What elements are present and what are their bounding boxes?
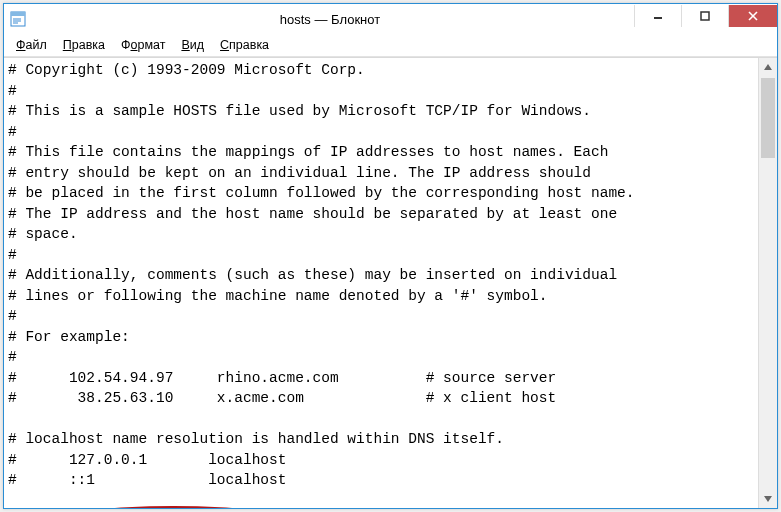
editor-line: # localhost name resolution is handled w… [8, 429, 754, 450]
editor-line: # ::1 localhost [8, 470, 754, 491]
menubar: Файл Правка Формат Вид Справка [4, 34, 777, 57]
svg-rect-1 [11, 12, 25, 16]
text-editor[interactable]: # Copyright (c) 1993-2009 Microsoft Corp… [4, 58, 758, 508]
menu-file[interactable]: Файл [8, 36, 55, 54]
editor-line [8, 491, 754, 509]
titlebar: hosts — Блокнот [4, 4, 777, 34]
menu-help[interactable]: Справка [212, 36, 277, 54]
editor-line: # [8, 245, 754, 266]
editor-line: # 102.54.94.97 rhino.acme.com # source s… [8, 368, 754, 389]
window-buttons [634, 5, 777, 27]
editor-line: # This is a sample HOSTS file used by Mi… [8, 101, 754, 122]
editor-line: # [8, 81, 754, 102]
editor-line: # Additionally, comments (such as these)… [8, 265, 754, 286]
notepad-app-icon [10, 11, 26, 27]
editor-line: # be placed in the first column followed… [8, 183, 754, 204]
editor-line: # [8, 306, 754, 327]
editor-line: # The IP address and the host name shoul… [8, 204, 754, 225]
minimize-button[interactable] [634, 5, 681, 27]
scroll-up-arrow[interactable] [759, 58, 777, 76]
editor-line: # lines or following the machine name de… [8, 286, 754, 307]
editor-line [8, 409, 754, 430]
menu-edit[interactable]: Правка [55, 36, 113, 54]
svg-rect-6 [701, 12, 709, 20]
editor-line: # 38.25.63.10 x.acme.com # x client host [8, 388, 754, 409]
window-title: hosts — Блокнот [26, 12, 634, 27]
scroll-down-arrow[interactable] [759, 490, 777, 508]
editor-line: # [8, 347, 754, 368]
menu-view[interactable]: Вид [173, 36, 212, 54]
scroll-thumb[interactable] [761, 78, 775, 158]
close-button[interactable] [728, 5, 777, 27]
editor-line: # entry should be kept on an individual … [8, 163, 754, 184]
editor-line: # For example: [8, 327, 754, 348]
client-area: # Copyright (c) 1993-2009 Microsoft Corp… [4, 57, 777, 508]
editor-line: # space. [8, 224, 754, 245]
editor-line: # Copyright (c) 1993-2009 Microsoft Corp… [8, 60, 754, 81]
maximize-button[interactable] [681, 5, 728, 27]
menu-format[interactable]: Формат [113, 36, 173, 54]
editor-line: # [8, 122, 754, 143]
editor-line: # This file contains the mappings of IP … [8, 142, 754, 163]
editor-line: # 127.0.0.1 localhost [8, 450, 754, 471]
notepad-window: hosts — Блокнот Файл Правка Формат Вид С… [3, 3, 778, 509]
vertical-scrollbar[interactable] [758, 58, 777, 508]
